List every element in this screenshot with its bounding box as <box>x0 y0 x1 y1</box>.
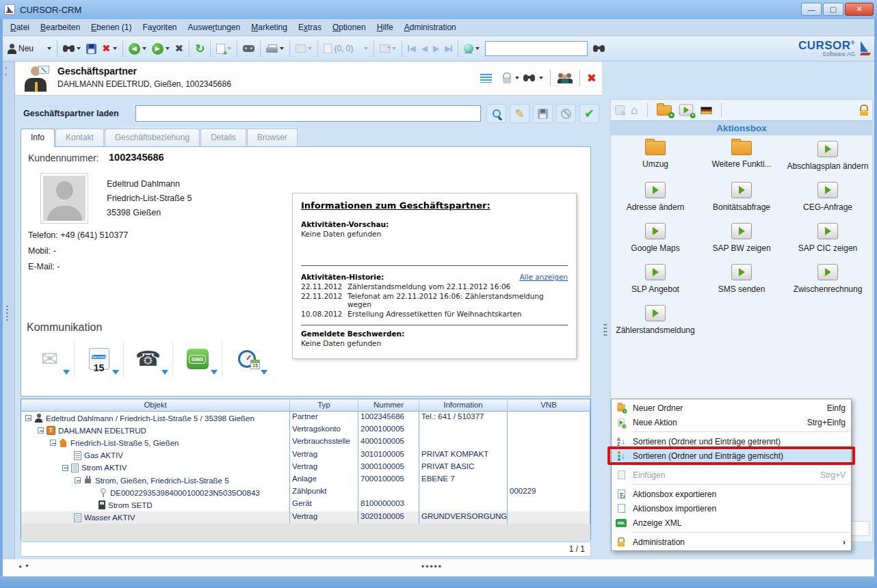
collapse-chevrons-icon[interactable]: ‹› <box>5 64 7 78</box>
menu-item-sortieren-ordner-und-einträge-getrennt-[interactable]: AZ↓Sortieren (Ordner und Einträge getren… <box>612 434 851 449</box>
table-row[interactable]: Strom, Gießen, Friedrich-List-Straße 5An… <box>21 474 590 486</box>
aktionsbox-item[interactable]: SLP Angebot <box>612 261 698 294</box>
hamburger-icon[interactable] <box>480 74 492 83</box>
load-input[interactable] <box>135 105 481 122</box>
column-header-information[interactable]: Information <box>419 399 508 411</box>
menu-extras[interactable]: Extras <box>293 21 326 34</box>
export-button[interactable] <box>377 39 399 58</box>
tab-geschäftsbeziehung[interactable]: Geschäftsbeziehung <box>105 129 200 146</box>
column-header-typ[interactable]: Typ <box>290 399 358 411</box>
table-row[interactable]: Wasser AKTIVVertrag3020100005GRUNDVERSOR… <box>21 511 590 524</box>
search-dropdown-caret[interactable] <box>77 47 81 50</box>
close-button[interactable]: ✕ <box>845 3 874 16</box>
menu-favoriten[interactable]: Favoriten <box>138 21 181 34</box>
table-row[interactable]: TDAHLMANN EDELTRUDVertragskonto 20001000… <box>21 424 590 436</box>
new-dropdown-caret[interactable] <box>47 47 51 50</box>
calendar-button[interactable]: Samstag15 <box>75 340 124 377</box>
nav-next-button[interactable]: ▶ <box>430 39 442 58</box>
menu-ebenen-1-[interactable]: Ebenen (1) <box>86 21 136 34</box>
people-icon[interactable] <box>558 73 573 83</box>
nav-last-button[interactable]: ▶ <box>442 39 455 58</box>
email-dropdown-icon[interactable] <box>63 370 70 375</box>
new-button[interactable]: Neu <box>4 39 54 58</box>
aktionsbox-item[interactable]: Weitere Funkti... <box>698 138 785 171</box>
lookup-button[interactable] <box>486 104 506 123</box>
save-button[interactable] <box>83 39 99 58</box>
tab-browser[interactable]: Browser <box>247 129 298 146</box>
aktionsbox-item[interactable]: Zählerstandsmeldung <box>612 302 698 335</box>
aktionsbox-item[interactable]: SAP BW zeigen <box>698 220 785 253</box>
gold-lock-icon[interactable] <box>860 109 868 116</box>
action-plus-icon[interactable]: + <box>679 105 693 116</box>
left-collapse-strip[interactable]: ‹› ••••• <box>3 62 15 576</box>
cancel-button[interactable]: ✖ <box>172 39 187 58</box>
find-button[interactable] <box>590 39 607 58</box>
toolbar-search-input[interactable] <box>485 41 588 56</box>
forward-button[interactable]: ▶ <box>149 39 172 58</box>
quick-search-button[interactable] <box>461 39 482 58</box>
image-dropdown-caret[interactable] <box>308 47 312 50</box>
splitter-handle[interactable]: •••••••• <box>603 323 607 336</box>
quick-search-caret[interactable] <box>475 47 480 50</box>
aktionsbox-item[interactable]: SAP CIC zeigen <box>785 220 871 253</box>
menu-item-administration[interactable]: Administration› <box>612 535 851 549</box>
doc-refresh-icon[interactable] <box>615 105 625 115</box>
table-row[interactable]: Edeltrud Dahlmann / Friedrich-List-Straß… <box>21 412 590 424</box>
aktionsbox-item[interactable]: Bonitätsabfrage <box>698 179 785 212</box>
aktionsbox-item[interactable]: Abschlagsplan ändern <box>785 138 871 171</box>
menu-item-neue-aktion[interactable]: +Neue AktionStrg+Einfg <box>612 415 851 429</box>
phone-dropdown-icon[interactable] <box>161 370 168 375</box>
aktionsbox-item[interactable]: CEG-Anfrage <box>785 179 871 212</box>
tab-details[interactable]: Details <box>200 129 246 146</box>
menu-item-einfügen[interactable]: EinfügenStrg+V <box>612 468 851 482</box>
menu-administration[interactable]: Administration <box>400 21 461 34</box>
menu-item-sortieren-ordner-und-einträge-gemischt-[interactable]: ↓Sortieren (Ordner und Einträge gemischt… <box>612 449 851 463</box>
aktionsbox-item[interactable]: Adresse ändern <box>612 179 698 212</box>
left-splitter-handle[interactable]: ••••• <box>6 304 8 321</box>
search-button[interactable] <box>60 39 83 58</box>
menu-hilfe[interactable]: Hilfe <box>372 21 398 34</box>
aktionsbox-item[interactable]: Umzug <box>612 138 698 171</box>
collapse-box-icon[interactable] <box>50 440 56 446</box>
maximize-button[interactable]: ▢ <box>823 3 843 16</box>
selection-count-button[interactable]: (0, 0) <box>321 39 371 58</box>
gamepad-button[interactable] <box>240 39 257 58</box>
save-record-button[interactable] <box>533 104 553 123</box>
edit-button[interactable]: ✎ <box>510 104 529 123</box>
menu-item-aktionsbox-importieren[interactable]: Aktionsbox importieren <box>612 501 851 516</box>
table-row[interactable]: Gas AKTIVVertrag3010100005PRIVAT KOMPAKT <box>21 449 590 462</box>
delete-button[interactable]: ✖ <box>99 39 120 58</box>
bottom-arrows-icon[interactable]: ▲▼ <box>18 563 31 568</box>
column-header-vnb[interactable]: VNB <box>508 399 590 411</box>
menu-item-neuer-ordner[interactable]: +Neuer OrdnerEinfg <box>612 401 851 415</box>
table-row[interactable]: DE000229353984000100023N5035O0843Zählpun… <box>21 486 590 498</box>
minimize-button[interactable]: — <box>801 3 822 16</box>
aktionsbox-item[interactable]: Zwischenrechnung <box>785 261 871 294</box>
email-button[interactable]: ✉ <box>25 340 75 377</box>
menu-bearbeiten[interactable]: Bearbeiten <box>36 21 85 34</box>
alle-anzeigen-link[interactable]: Alle anzeigen <box>519 273 568 281</box>
nav-first-button[interactable]: ◀ <box>405 39 418 58</box>
tab-kontakt[interactable]: Kontakt <box>55 129 104 146</box>
nav-prev-button[interactable]: ◀ <box>419 39 430 58</box>
collapse-box-icon[interactable] <box>25 415 31 421</box>
tab-info[interactable]: Info <box>21 129 55 147</box>
copy-button[interactable] <box>213 39 234 58</box>
collapse-box-icon[interactable] <box>62 465 68 471</box>
image-button[interactable] <box>293 39 315 58</box>
table-row[interactable]: Strom AKTIVVertrag3000100005PRIVAT BASIC <box>21 462 590 474</box>
menu-item-anzeige-xml[interactable]: XMLAnzeige XML <box>612 516 851 530</box>
menu-auswertungen[interactable]: Auswertungen <box>183 21 246 34</box>
print-button[interactable] <box>263 39 287 58</box>
print-dropdown-caret[interactable] <box>280 47 284 50</box>
copy-dropdown-caret[interactable] <box>227 47 231 50</box>
contact-photo[interactable] <box>40 173 88 224</box>
refresh-button[interactable]: ↻ <box>192 39 207 58</box>
count-dropdown-caret[interactable] <box>364 47 368 50</box>
appointment-button[interactable]: 15 <box>222 340 272 377</box>
column-header-objekt[interactable]: Objekt <box>21 399 290 411</box>
binoculars-icon[interactable] <box>523 74 535 82</box>
lock-icon[interactable] <box>503 77 511 83</box>
export-dropdown-caret[interactable] <box>392 47 396 50</box>
home-icon[interactable]: ⌂ <box>631 105 638 116</box>
